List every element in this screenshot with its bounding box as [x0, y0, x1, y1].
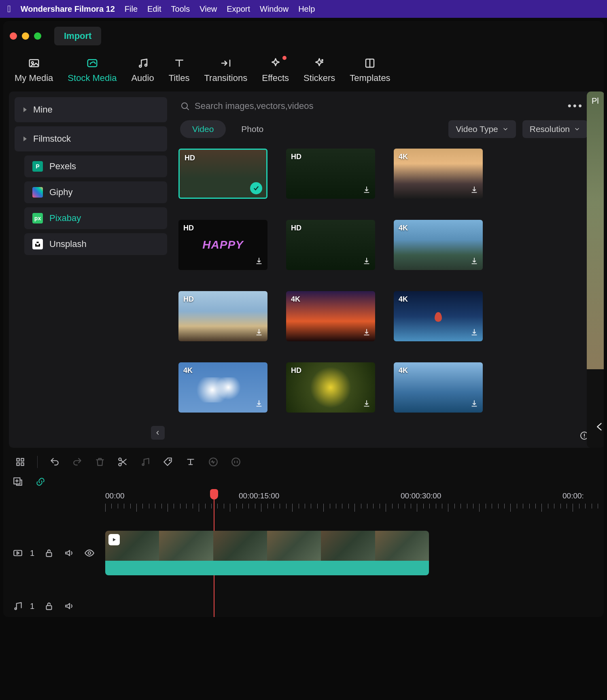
media-thumbnail[interactable]: HD [286, 362, 375, 413]
download-icon[interactable] [255, 328, 263, 338]
music-beat-icon[interactable] [140, 456, 151, 468]
svg-point-3 [139, 65, 141, 67]
menu-edit[interactable]: Edit [147, 4, 161, 14]
tab-label: Templates [350, 73, 390, 83]
more-options-button[interactable]: ••• [564, 100, 588, 112]
download-icon[interactable] [362, 185, 371, 196]
menu-view[interactable]: View [200, 4, 217, 14]
lock-icon[interactable] [43, 547, 55, 559]
sidebar-root-mine[interactable]: Mine [15, 97, 167, 122]
media-thumbnail[interactable]: 4K [178, 362, 267, 413]
app-name[interactable]: Wondershare Filmora 12 [21, 4, 115, 14]
layout-icon [363, 57, 376, 70]
audio-wave-icon[interactable] [208, 456, 219, 468]
import-button[interactable]: Import [54, 27, 101, 45]
tab-label: Titles [169, 73, 190, 83]
menu-window[interactable]: Window [260, 4, 289, 14]
speaker-icon[interactable] [64, 600, 75, 612]
media-thumbnail[interactable]: HDHAPPY [178, 220, 267, 270]
time-ruler[interactable]: 00:0000:00:15:0000:00:30:0000:00: [105, 491, 604, 513]
tab-photo[interactable]: Photo [229, 120, 276, 138]
media-thumbnail[interactable]: 4K [394, 362, 483, 413]
caption-icon[interactable] [230, 456, 242, 468]
tab-effects[interactable]: Effects [262, 57, 289, 83]
media-thumbnail[interactable]: HD [178, 149, 267, 199]
download-icon[interactable] [255, 256, 263, 267]
playhead-handle-icon[interactable] [210, 489, 218, 500]
media-thumbnail[interactable]: 4K [286, 291, 375, 341]
app-window: Import My Media Stock Media Audio Titles… [3, 21, 604, 617]
minimize-window-button[interactable] [22, 32, 29, 40]
resolution-badge: HD [291, 224, 301, 232]
tab-audio[interactable]: Audio [131, 57, 154, 83]
add-track-button[interactable] [12, 476, 23, 487]
sidebar-source-giphy[interactable]: Giphy [24, 181, 167, 203]
preview-back-button[interactable] [594, 421, 604, 434]
sidebar-source-unsplash[interactable]: Unsplash [24, 233, 167, 255]
sparkle-icon [269, 57, 282, 70]
lock-icon[interactable] [43, 600, 55, 612]
media-browser: Mine Filmstock P Pexels Giphy px Pixabay… [9, 91, 598, 448]
media-thumbnail[interactable]: 4K [394, 149, 483, 199]
tab-stickers[interactable]: Stickers [304, 57, 335, 83]
video-clip[interactable] [105, 531, 429, 575]
pixabay-icon: px [32, 213, 43, 223]
sidebar-source-pixabay[interactable]: px Pixabay [24, 207, 167, 229]
delete-button[interactable] [94, 456, 106, 468]
tab-templates[interactable]: Templates [350, 57, 390, 83]
sidebar-root-filmstock[interactable]: Filmstock [15, 126, 167, 151]
category-tabs: My Media Stock Media Audio Titles Transi… [3, 51, 604, 91]
tag-icon[interactable] [162, 456, 174, 468]
tab-transitions[interactable]: Transitions [204, 57, 247, 83]
sidebar-source-pexels[interactable]: P Pexels [24, 155, 167, 177]
media-thumbnail[interactable]: HD [286, 149, 375, 199]
download-icon[interactable] [470, 256, 479, 267]
search-input[interactable]: Search images,vectors,videos [180, 101, 564, 111]
tab-video[interactable]: Video [180, 120, 226, 138]
menu-file[interactable]: File [125, 4, 138, 14]
resolution-dropdown[interactable]: Resolution [522, 120, 588, 138]
media-thumbnail[interactable]: HD [286, 220, 375, 270]
maximize-window-button[interactable] [34, 32, 41, 40]
menu-tools[interactable]: Tools [171, 4, 190, 14]
tab-my-media[interactable]: My Media [15, 57, 53, 83]
speaker-icon[interactable] [64, 547, 75, 559]
video-type-dropdown[interactable]: Video Type [448, 120, 516, 138]
tab-titles[interactable]: Titles [169, 57, 190, 83]
text-tool-icon[interactable] [185, 456, 196, 468]
giphy-icon [32, 187, 43, 198]
media-thumbnail[interactable]: 4K [394, 220, 483, 270]
grid-view-icon[interactable] [15, 456, 26, 468]
menu-help[interactable]: Help [298, 4, 315, 14]
tab-stock-media[interactable]: Stock Media [68, 57, 117, 83]
eye-icon[interactable] [84, 547, 95, 559]
link-toggle-button[interactable] [35, 476, 46, 487]
download-icon[interactable] [362, 256, 371, 267]
menu-export[interactable]: Export [227, 4, 250, 14]
video-track-icon [12, 547, 23, 559]
media-thumbnail[interactable]: HD [178, 291, 267, 341]
close-window-button[interactable] [10, 32, 17, 40]
download-icon[interactable] [470, 328, 479, 338]
results-panel: Search images,vectors,videos ••• Video P… [173, 91, 598, 448]
audio-track: 1 [12, 595, 604, 617]
timeline: 00:0000:00:15:0000:00:30:0000:00: 1 [3, 474, 604, 617]
undo-button[interactable] [49, 456, 60, 468]
download-icon[interactable] [362, 399, 371, 409]
collapse-sidebar-button[interactable] [151, 426, 165, 440]
dropdown-label: Resolution [530, 124, 570, 134]
download-icon[interactable] [255, 399, 263, 409]
music-track-icon [12, 600, 23, 612]
redo-button[interactable] [72, 456, 83, 468]
split-button[interactable] [117, 456, 128, 468]
download-icon[interactable] [470, 399, 479, 409]
svg-rect-23 [47, 553, 52, 557]
download-icon[interactable] [362, 328, 371, 338]
media-thumbnail[interactable]: 4K [394, 291, 483, 341]
resolution-badge: HD [183, 224, 194, 232]
download-icon[interactable] [470, 185, 479, 196]
dropdown-label: Video Type [456, 124, 498, 134]
pexels-icon: P [32, 161, 43, 172]
resolution-badge: HD [185, 154, 195, 162]
apple-logo-icon[interactable]:  [7, 3, 11, 15]
